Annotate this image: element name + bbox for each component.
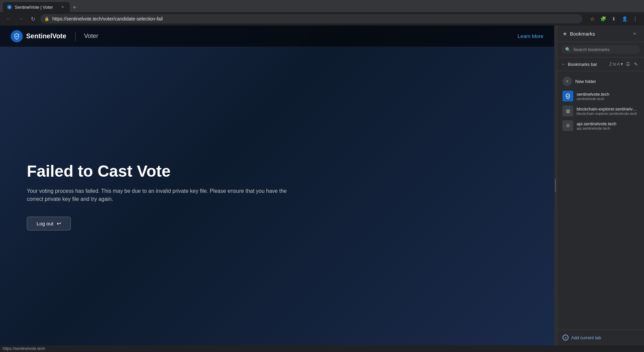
site-name: SentinelVote bbox=[26, 32, 66, 40]
logo-divider bbox=[75, 32, 75, 41]
bookmark-url-1: blockchain-explorer.sentinelvote.tech bbox=[577, 112, 639, 116]
resize-handle-visual bbox=[555, 179, 556, 192]
bookmark-info-1: blockchain-explorer.sentinelvote.tech bl… bbox=[577, 106, 639, 116]
panel-resize-handle[interactable] bbox=[554, 26, 557, 345]
bookmarks-header: ★ Bookmarks × bbox=[557, 26, 644, 42]
sort-label: Z to A bbox=[609, 62, 620, 67]
bookmark-name-1: blockchain-explorer.sentinelvote.tech bbox=[577, 106, 639, 112]
logout-button[interactable]: Log out ↩ bbox=[27, 217, 71, 230]
reload-button[interactable]: ↻ bbox=[28, 14, 38, 24]
bookmark-info-2: api.sentinelvote.tech api.sentinelvote.t… bbox=[577, 121, 639, 130]
logout-icon: ↩ bbox=[57, 220, 61, 227]
bookmark-item-1[interactable]: ▦ blockchain-explorer.sentinelvote.tech … bbox=[557, 103, 644, 118]
tab-bar: V SentinelVote | Voter × + bbox=[0, 0, 644, 12]
sort-icon: ▼ bbox=[620, 62, 624, 67]
bookmark-info-0: sentinelvote.tech sentinelvote.tech bbox=[577, 92, 639, 101]
add-current-tab-button[interactable]: + Add current tab bbox=[562, 333, 601, 342]
address-bar-wrapper: 🔒 bbox=[40, 14, 582, 24]
logout-button-wrapper: Log out ↩ bbox=[27, 217, 527, 230]
bookmark-favicon-2: ⚙ bbox=[562, 120, 573, 131]
bookmarks-panel-title: Bookmarks bbox=[570, 31, 631, 37]
more-menu-button[interactable]: ⋮ bbox=[631, 14, 640, 24]
tab-title: SentinelVote | Voter bbox=[15, 5, 57, 10]
new-folder-icon: + bbox=[562, 77, 572, 86]
error-title: Failed to Cast Vote bbox=[27, 162, 527, 180]
add-tab-icon: + bbox=[562, 335, 569, 341]
search-wrapper: 🔍 bbox=[561, 45, 640, 54]
new-tab-button[interactable]: + bbox=[70, 3, 79, 12]
site-logo: SentinelVote Voter bbox=[11, 30, 98, 42]
tab-favicon: V bbox=[7, 4, 12, 10]
page-content: Failed to Cast Vote Your voting process … bbox=[0, 47, 554, 345]
tab-close-button[interactable]: × bbox=[60, 4, 66, 10]
bookmark-url-0: sentinelvote.tech bbox=[577, 97, 639, 101]
bookmark-favicon-1: ▦ bbox=[562, 105, 573, 116]
forward-button[interactable]: → bbox=[16, 14, 25, 24]
bookmark-star-button[interactable]: ☆ bbox=[588, 14, 597, 24]
bookmarks-list-view-button[interactable]: ☰ bbox=[624, 60, 632, 68]
bookmarks-star-icon: ★ bbox=[562, 31, 567, 37]
bookmark-item-0[interactable]: sentinelvote.tech sentinelvote.tech bbox=[557, 89, 644, 103]
logout-label: Log out bbox=[37, 221, 53, 226]
sort-button[interactable]: ▼ bbox=[620, 62, 624, 67]
bookmarks-back-button[interactable]: ← bbox=[561, 61, 566, 67]
bookmarks-footer: + Add current tab bbox=[557, 329, 644, 345]
bookmark-item-2[interactable]: ⚙ api.sentinelvote.tech api.sentinelvote… bbox=[557, 118, 644, 133]
bookmark-url-2: api.sentinelvote.tech bbox=[577, 126, 639, 130]
status-bar: https://sentinelvote.tech bbox=[0, 345, 644, 352]
learn-more-link[interactable]: Learn More bbox=[518, 33, 543, 39]
new-folder-button[interactable]: + New folder bbox=[557, 74, 644, 89]
extensions-button[interactable]: 🧩 bbox=[598, 14, 608, 24]
browser-toolbar: ← → ↻ 🔒 ☆ 🧩 ⬇ 👤 ⋮ bbox=[0, 12, 644, 26]
downloads-button[interactable]: ⬇ bbox=[609, 14, 619, 24]
error-description: Your voting process has failed. This may… bbox=[27, 187, 295, 203]
logo-icon bbox=[11, 30, 23, 42]
bookmark-name-0: sentinelvote.tech bbox=[577, 92, 639, 97]
toolbar-right: ☆ 🧩 ⬇ 👤 ⋮ bbox=[588, 14, 640, 24]
bookmarks-edit-button[interactable]: ✎ bbox=[632, 60, 640, 68]
new-folder-label: New folder bbox=[575, 79, 596, 84]
bookmarks-search-section: 🔍 bbox=[557, 42, 644, 57]
bookmark-favicon-0 bbox=[562, 91, 573, 101]
bookmarks-header-actions: × bbox=[631, 30, 639, 38]
bookmarks-bar-title: Bookmarks bar bbox=[568, 62, 609, 67]
add-current-tab-label: Add current tab bbox=[571, 335, 601, 340]
search-icon: 🔍 bbox=[565, 47, 571, 52]
profiles-button[interactable]: 👤 bbox=[620, 14, 629, 24]
bookmarks-search-input[interactable] bbox=[573, 47, 636, 52]
address-bar[interactable] bbox=[40, 14, 582, 24]
active-tab[interactable]: V SentinelVote | Voter × bbox=[3, 2, 70, 12]
bookmarks-nav: ← Bookmarks bar Z to A ▼ ☰ ✎ bbox=[557, 57, 644, 71]
bookmarks-list: + New folder sentinelvote.tech sentinelv… bbox=[557, 71, 644, 329]
lock-icon: 🔒 bbox=[44, 16, 49, 21]
bookmarks-panel: ★ Bookmarks × 🔍 ← Bookmarks bar Z to A ▼… bbox=[557, 26, 644, 345]
browser-chrome: V SentinelVote | Voter × + ← → ↻ 🔒 ☆ 🧩 ⬇… bbox=[0, 0, 644, 26]
svg-text:V: V bbox=[8, 6, 10, 9]
site-header: SentinelVote Voter Learn More bbox=[0, 26, 554, 47]
webpage: SentinelVote Voter Learn More Failed to … bbox=[0, 26, 554, 345]
status-url: https://sentinelvote.tech bbox=[3, 346, 45, 351]
bookmark-name-2: api.sentinelvote.tech bbox=[577, 121, 639, 126]
back-button[interactable]: ← bbox=[4, 14, 13, 24]
site-role: Voter bbox=[84, 33, 98, 40]
bookmarks-close-button[interactable]: × bbox=[631, 30, 639, 38]
content-wrapper: SentinelVote Voter Learn More Failed to … bbox=[0, 26, 644, 345]
